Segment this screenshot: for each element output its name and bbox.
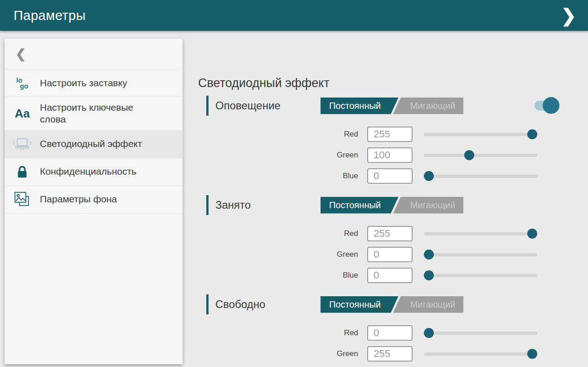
- slider-track: [424, 332, 537, 335]
- mode-blinking-button[interactable]: Мигающий: [393, 197, 463, 214]
- slider-track: [424, 253, 537, 256]
- section-accent-bar: [206, 96, 209, 116]
- mode-constant-button[interactable]: Постоянный: [321, 98, 398, 114]
- green-value-input[interactable]: [367, 247, 413, 262]
- blue-value-input[interactable]: [367, 268, 413, 283]
- settings-sidebar: ❮ lo go Настроить заставку Aa Настроить …: [5, 39, 183, 364]
- sidebar-back-row[interactable]: ❮: [5, 39, 183, 69]
- slider-thumb[interactable]: [527, 349, 537, 359]
- slider-thumb[interactable]: [527, 229, 537, 239]
- mode-segmented-control: Постоянный Мигающий: [321, 296, 463, 313]
- section-header-busy: Занято Постоянный Мигающий: [198, 194, 588, 216]
- channel-label: Blue: [198, 171, 358, 181]
- sidebar-item-label: Конфиденциальность: [40, 166, 172, 177]
- section-accent-bar: [206, 294, 209, 314]
- slider-thumb[interactable]: [424, 270, 434, 280]
- sidebar-item-label: Настроить ключевые слова: [40, 102, 183, 126]
- section-title: Занято: [215, 199, 321, 211]
- red-channel-row: Red: [198, 224, 588, 243]
- mode-constant-button[interactable]: Постоянный: [321, 197, 398, 214]
- green-channel-row: Green: [198, 344, 588, 363]
- green-value-input[interactable]: [367, 147, 413, 163]
- slider-track: [424, 274, 537, 277]
- blue-slider[interactable]: [424, 171, 537, 181]
- sidebar-item-privacy[interactable]: Конфиденциальность: [5, 158, 183, 186]
- back-chevron-icon[interactable]: ❮: [15, 46, 26, 61]
- lock-icon: [5, 165, 40, 179]
- sidebar-item-screensaver[interactable]: lo go Настроить заставку: [5, 69, 183, 97]
- red-value-input[interactable]: [367, 127, 413, 142]
- mode-blinking-button[interactable]: Мигающий: [393, 296, 463, 313]
- blue-value-input[interactable]: [367, 168, 413, 184]
- slider-thumb[interactable]: [424, 328, 434, 338]
- app-header: Параметры ❯: [0, 0, 588, 31]
- channel-label: Red: [198, 328, 358, 338]
- slider-thumb[interactable]: [527, 129, 537, 139]
- sidebar-item-keywords[interactable]: Aa Настроить ключевые слова: [5, 97, 183, 131]
- slider-thumb[interactable]: [424, 250, 434, 259]
- section-title: Свободно: [215, 298, 321, 311]
- green-slider[interactable]: [424, 349, 537, 359]
- page-title: Параметры: [14, 8, 86, 23]
- notification-led-toggle[interactable]: [535, 100, 557, 111]
- slider-track: [424, 175, 537, 178]
- slider-track: [424, 154, 537, 157]
- red-value-input[interactable]: [367, 325, 413, 341]
- slider-track: [424, 352, 537, 356]
- red-slider[interactable]: [424, 328, 537, 338]
- red-slider[interactable]: [424, 229, 537, 239]
- green-value-input[interactable]: [367, 346, 413, 362]
- red-channel-row: Red: [198, 323, 588, 342]
- green-slider[interactable]: [424, 250, 537, 259]
- blue-channel-row: Blue: [198, 166, 588, 185]
- toggle-knob[interactable]: [543, 97, 559, 114]
- panel-title: Светодиодный эффект: [198, 76, 588, 90]
- blue-channel-row: Blue: [198, 365, 588, 367]
- red-slider[interactable]: [424, 129, 537, 139]
- sidebar-item-label: Настроить заставку: [40, 77, 162, 89]
- aa-letters-icon: Aa: [5, 108, 40, 119]
- laptop-display-icon: [5, 137, 40, 151]
- green-channel-row: Green: [198, 146, 588, 164]
- rgb-rows-free: Red Green Blue: [198, 323, 588, 367]
- mode-segmented-control: Постоянный Мигающий: [321, 98, 463, 114]
- channel-label: Blue: [198, 271, 358, 280]
- section-header-free: Свободно Постоянный Мигающий: [198, 294, 588, 315]
- rgb-rows-busy: Red Green Blue: [198, 224, 588, 284]
- blue-slider[interactable]: [424, 270, 537, 280]
- slider-thumb[interactable]: [464, 150, 474, 160]
- green-channel-row: Green: [198, 245, 588, 264]
- red-value-input[interactable]: [367, 226, 413, 241]
- channel-label: Red: [198, 130, 358, 139]
- channel-label: Green: [198, 151, 358, 160]
- mode-blinking-button[interactable]: Мигающий: [393, 98, 463, 114]
- led-effect-panel: Светодиодный эффект Оповещение Постоянны…: [198, 31, 588, 367]
- channel-label: Red: [198, 229, 358, 238]
- logo-icon-text-bottom: go: [20, 83, 28, 89]
- sidebar-item-label: Параметры фона: [40, 193, 152, 205]
- slider-thumb[interactable]: [424, 171, 434, 181]
- slider-track: [424, 133, 537, 136]
- channel-label: Green: [198, 250, 358, 259]
- section-title: Оповещение: [215, 99, 321, 112]
- rgb-rows-notification: Red Green Blue: [198, 125, 588, 185]
- sidebar-item-background[interactable]: Параметры фона: [5, 186, 183, 214]
- sidebar-item-label: Светодиодный эффект: [40, 138, 177, 150]
- sidebar-item-led-effect[interactable]: Светодиодный эффект: [5, 131, 183, 158]
- blue-channel-row: Blue: [198, 266, 588, 284]
- stacked-images-icon: [5, 191, 40, 208]
- green-slider[interactable]: [424, 150, 537, 160]
- forward-chevron-icon[interactable]: ❯: [561, 6, 576, 24]
- red-channel-row: Red: [198, 125, 588, 143]
- logo-icon: lo go: [5, 77, 40, 89]
- mode-segmented-control: Постоянный Мигающий: [321, 197, 463, 214]
- mode-constant-button[interactable]: Постоянный: [321, 296, 398, 313]
- section-accent-bar: [206, 195, 209, 215]
- section-header-notification: Оповещение Постоянный Мигающий: [198, 95, 588, 117]
- slider-track: [424, 232, 537, 235]
- channel-label: Green: [198, 349, 358, 358]
